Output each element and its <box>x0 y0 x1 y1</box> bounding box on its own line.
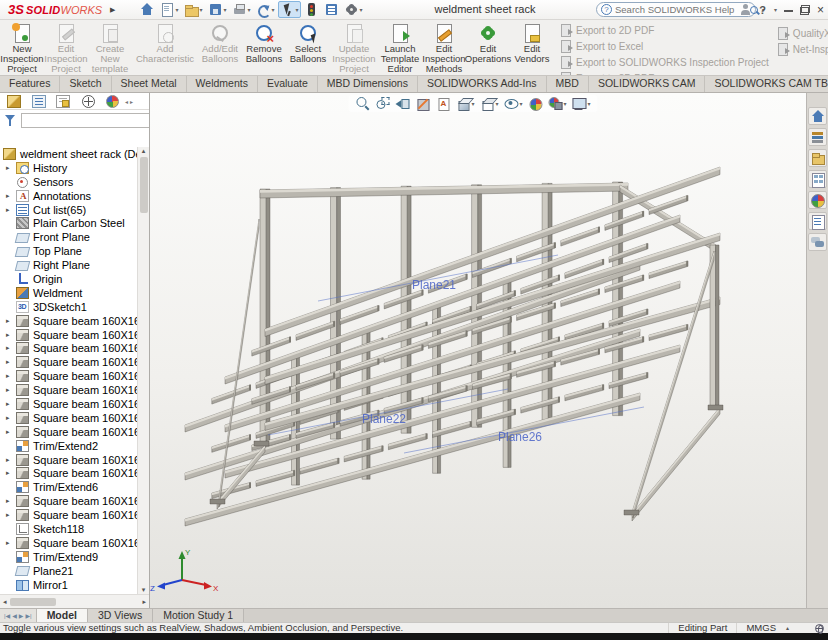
tree-item[interactable]: ▸Cut list(65) <box>0 203 137 217</box>
expand-arrow-icon[interactable]: ▸ <box>6 538 16 548</box>
tree-item[interactable]: Right Plane <box>0 258 137 272</box>
edit-inspection-methods-button[interactable]: Edit Inspection Methods <box>422 22 466 74</box>
expand-arrow-icon[interactable]: ▸ <box>6 357 16 367</box>
view-settings-button[interactable]: ▾ <box>572 96 591 111</box>
select-balloons-button[interactable]: Select Balloons <box>286 22 330 64</box>
tree-item[interactable]: Trim/Extend9 <box>0 550 137 564</box>
propertymanager-tab[interactable] <box>27 93 52 109</box>
file-explorer-button[interactable] <box>808 149 827 167</box>
plane-label[interactable]: Plane21 <box>412 278 456 292</box>
tree-item[interactable]: ▸Square beam 160X160X8(1) <box>0 314 137 328</box>
graphics-viewport[interactable]: Plane21Plane22Plane26YXZ ▾▾▾▾▾ <box>150 93 806 608</box>
tree-item[interactable]: Sensors <box>0 175 137 189</box>
expand-arrow-icon[interactable]: ▸ <box>6 496 16 506</box>
dropdown-caret-icon[interactable]: ▾ <box>495 100 498 107</box>
dropdown-caret-icon[interactable]: ▾ <box>175 6 178 13</box>
edit-operations-button[interactable]: Edit Operations <box>466 22 510 74</box>
tree-item[interactable]: 3DSketch1 <box>0 300 137 314</box>
help-button[interactable]: ? <box>759 4 766 16</box>
tab-sheet-metal[interactable]: Sheet Metal <box>112 76 187 92</box>
view-palette-button[interactable] <box>808 170 827 188</box>
dimxpertmanager-tab[interactable] <box>76 93 101 109</box>
dropdown-caret-icon[interactable]: ▾ <box>471 100 474 107</box>
first-tab-icon[interactable]: |◀ <box>4 612 10 620</box>
displaymanager-tab[interactable] <box>100 93 125 109</box>
plane-label[interactable]: Plane26 <box>498 430 542 444</box>
next-tab-icon[interactable]: ▶ <box>19 612 24 620</box>
remove-balloons-button[interactable]: Remove Balloons <box>242 22 286 64</box>
dropdown-caret-icon[interactable]: ▾ <box>248 6 251 13</box>
tree-item[interactable]: ▸Square beam 160X160X8(18) <box>0 453 137 467</box>
display-style-button[interactable]: ▾ <box>479 96 498 111</box>
rebuild-button[interactable] <box>302 1 321 18</box>
tab-solidworks-cam[interactable]: SOLIDWORKS CAM <box>589 76 705 92</box>
expand-arrow-icon[interactable]: ▸ <box>6 163 16 173</box>
tab-mbd[interactable]: MBD <box>547 76 589 92</box>
tree-item[interactable]: ▸Square beam 160X160X8(107) <box>0 536 137 550</box>
tree-item[interactable]: ▸Square beam 160X160X8(7) <box>0 397 137 411</box>
scroll-left-icon[interactable]: ◂ <box>3 598 7 606</box>
tree-item[interactable]: Sketch118 <box>0 522 137 536</box>
edit-vendors-button[interactable]: Edit Vendors <box>510 22 554 74</box>
tree-item[interactable]: ▸Square beam 160X160X8(2) <box>0 328 137 342</box>
dropdown-caret-icon[interactable]: ▾ <box>564 100 567 107</box>
tree-item[interactable]: weldment sheet rack (Default<As I <box>0 147 137 161</box>
search-input[interactable] <box>615 4 747 15</box>
units-selector[interactable]: MMGS <box>746 623 776 633</box>
tab-features[interactable]: Features <box>0 76 60 92</box>
edit-appearance-button[interactable] <box>528 96 543 111</box>
scrollbar-thumb[interactable] <box>140 157 148 213</box>
tree-item[interactable]: Plane21 <box>0 564 137 578</box>
zoom-to-fit-button[interactable] <box>355 96 370 111</box>
expand-arrow-icon[interactable]: ▸ <box>6 399 16 409</box>
scrollbar-thumb[interactable] <box>10 598 56 606</box>
previous-view-button[interactable] <box>395 96 410 111</box>
scroll-down-icon[interactable]: ▾ <box>142 586 146 594</box>
tab-evaluate[interactable]: Evaluate <box>258 76 318 92</box>
select-button[interactable]: ▾ <box>278 1 301 18</box>
tree-item[interactable]: Weldment <box>0 286 137 300</box>
expand-arrow-icon[interactable]: ▸ <box>6 316 16 326</box>
tree-item[interactable]: Plain Carbon Steel <box>0 216 137 230</box>
expand-arrow-icon[interactable]: ▸ <box>6 455 16 465</box>
close-button[interactable]: × <box>817 5 824 15</box>
tab-mbd-dimensions[interactable]: MBD Dimensions <box>318 76 418 92</box>
new-inspection-project-button[interactable]: New Inspection Project <box>0 22 44 74</box>
tree-horizontal-scrollbar[interactable]: ◂ ▸ <box>0 594 149 608</box>
tree-item[interactable]: ▸Square beam 160X160X8(3) <box>0 341 137 355</box>
tree-item[interactable]: ▸Square beam 160X160X8(5) <box>0 369 137 383</box>
solidworks-resources-button[interactable] <box>808 107 827 125</box>
view-orientation-button[interactable]: ▾ <box>455 96 474 111</box>
save-button[interactable]: ▾ <box>206 1 229 18</box>
tab-solidworks-add-ins[interactable]: SOLIDWORKS Add-Ins <box>418 76 547 92</box>
section-view-button[interactable] <box>415 96 430 111</box>
new-document-button[interactable]: ▾ <box>157 1 180 18</box>
settings-button[interactable]: ▾ <box>342 1 365 18</box>
solidworks-forum-button[interactable] <box>808 233 827 251</box>
plane-label[interactable]: Plane22 <box>362 412 406 426</box>
scroll-up-icon[interactable]: ▴ <box>142 147 146 155</box>
apply-scene-button[interactable]: ▾ <box>548 96 567 111</box>
model-canvas[interactable]: Plane21Plane22Plane26YXZ <box>150 93 806 608</box>
search-box[interactable]: ? ▾ <box>596 2 756 17</box>
minimize-button[interactable] <box>784 5 793 14</box>
help-caret-icon[interactable]: ▾ <box>774 6 777 13</box>
tree-item[interactable]: ▸History <box>0 161 137 175</box>
tab-solidworks-cam-tbm[interactable]: SOLIDWORKS CAM TBM <box>705 76 828 92</box>
tree-item[interactable]: Front Plane <box>0 230 137 244</box>
expand-arrow-icon[interactable]: ▸ <box>6 371 16 381</box>
custom-properties-button[interactable] <box>808 212 827 230</box>
design-library-button[interactable] <box>808 128 827 146</box>
tree-item[interactable]: ▸Square beam 160X160X8(81) <box>0 508 137 522</box>
tab-sketch[interactable]: Sketch <box>60 76 111 92</box>
hide-show-items-button[interactable]: ▾ <box>504 96 523 111</box>
zoom-to-area-button[interactable] <box>375 96 390 111</box>
tree-item[interactable]: Origin <box>0 272 137 286</box>
dropdown-caret-icon[interactable]: ▾ <box>296 6 299 13</box>
home-button[interactable] <box>137 1 156 18</box>
tags-globe-icon[interactable] <box>815 624 824 633</box>
expand-arrow-icon[interactable]: ▸ <box>6 205 16 215</box>
expand-arrow-icon[interactable]: ▸ <box>6 468 16 478</box>
dynamic-annotation-views-button[interactable] <box>435 96 450 111</box>
tree-item[interactable]: Mirror1 <box>0 578 137 592</box>
